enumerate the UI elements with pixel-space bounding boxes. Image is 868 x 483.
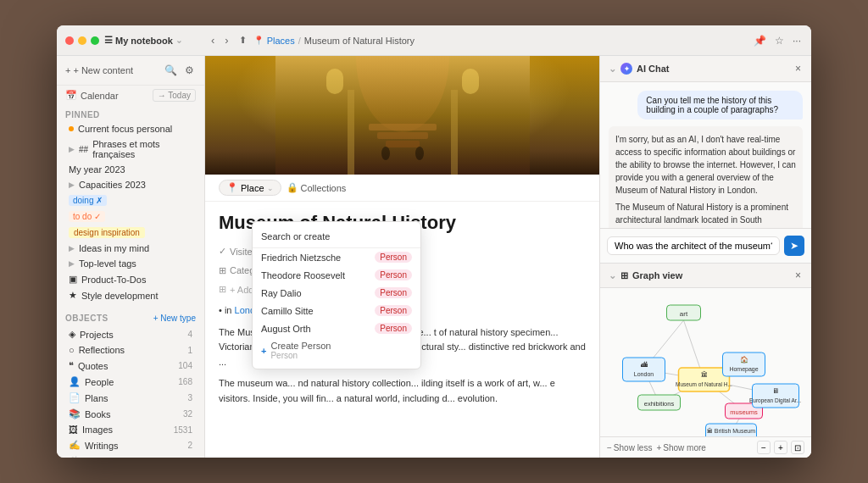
chat-input[interactable] bbox=[607, 236, 780, 255]
svg-text:Museum of Natural H...: Museum of Natural H... bbox=[676, 381, 732, 387]
svg-text:🏛: 🏛 bbox=[701, 370, 708, 379]
zoom-out-button[interactable]: − bbox=[757, 441, 771, 454]
chat-content: Can you tell me the history of this buil… bbox=[600, 82, 811, 228]
sidebar-item-projects[interactable]: ◈Projects4 bbox=[60, 326, 201, 342]
svg-rect-4 bbox=[369, 124, 437, 130]
dropdown-item-roosevelt[interactable]: Theodore Roosevelt Person bbox=[253, 266, 420, 284]
sidebar-item-recipes[interactable]: 🍴Recipes bbox=[60, 453, 201, 458]
sidebar-item-design[interactable]: design inspiration bbox=[60, 225, 201, 241]
back-button[interactable]: ‹ bbox=[208, 32, 218, 48]
svg-text:🏙: 🏙 bbox=[641, 361, 648, 369]
svg-text:museums: museums bbox=[730, 408, 758, 416]
svg-point-9 bbox=[381, 147, 390, 160]
minimize-btn[interactable] bbox=[78, 36, 86, 45]
hero-image bbox=[205, 56, 599, 175]
sidebar-item-ideas-mind[interactable]: ▶ Ideas in my mind bbox=[60, 241, 201, 256]
zoom-fit-button[interactable]: ⊡ bbox=[791, 441, 804, 454]
zoom-in-button[interactable]: + bbox=[774, 441, 787, 454]
svg-text:🏠: 🏠 bbox=[740, 355, 748, 364]
sidebar-item-books[interactable]: 📚Books32 bbox=[60, 406, 201, 422]
svg-rect-3 bbox=[462, 69, 479, 94]
dot-icon bbox=[69, 126, 74, 131]
graph-close[interactable]: × bbox=[793, 268, 803, 283]
page-hero bbox=[205, 56, 599, 175]
ai-chat-close[interactable]: × bbox=[793, 61, 803, 76]
sidebar-item-writings[interactable]: ✍Writings2 bbox=[60, 437, 201, 453]
sidebar-item-capacities[interactable]: ▶ Capacities 2023 bbox=[60, 177, 201, 192]
page-actions: 📍 Place ⌄ 🔒 Collections bbox=[205, 175, 599, 202]
chat-input-row: ➤ bbox=[600, 228, 811, 263]
graph-footer-buttons: − Show less + Show more bbox=[607, 443, 706, 452]
svg-text:exhibitions: exhibitions bbox=[644, 400, 675, 408]
sidebar-item-product[interactable]: ▣ Product-To-Dos bbox=[60, 271, 201, 287]
graph-panel: ⌄ ⊞ Graph view × bbox=[600, 263, 811, 458]
forward-button[interactable]: › bbox=[221, 32, 231, 48]
dropdown-item-nietzsche[interactable]: Friedrich Nietzsche Person bbox=[253, 248, 420, 266]
content-wrapper: 📍 Place ⌄ 🔒 Collections Museum of Natura… bbox=[205, 56, 599, 458]
breadcrumb: 📍 Places / Museum of Natural History bbox=[253, 36, 415, 46]
pin-icon[interactable]: 📌 bbox=[752, 33, 768, 48]
main-layout: + + New content 🔍 ⚙ 📅 Calendar → Today P… bbox=[57, 56, 811, 458]
ai-chat-title: ⌄ ✦ AI Chat bbox=[609, 63, 670, 75]
place-icon: 📍 bbox=[226, 182, 238, 193]
app-window: ☰ My notebook ⌄ ‹ › ⬆ 📍 Places / Museum … bbox=[57, 25, 811, 458]
maximize-btn[interactable] bbox=[91, 36, 99, 45]
body-paragraph-2: The museum wa... nd natural history coll… bbox=[219, 376, 586, 406]
send-button[interactable]: ➤ bbox=[784, 236, 804, 256]
settings-icon[interactable]: ⚙ bbox=[183, 63, 196, 78]
person-dropdown: Friedrich Nietzsche Person Theodore Roos… bbox=[252, 221, 421, 369]
svg-rect-6 bbox=[386, 141, 420, 147]
sidebar-item-doing[interactable]: doing ✗ bbox=[60, 192, 201, 208]
breadcrumb-places[interactable]: Places bbox=[267, 36, 295, 46]
close-btn[interactable] bbox=[65, 36, 74, 45]
sidebar-item-todo[interactable]: to do ✓ bbox=[60, 208, 201, 225]
svg-text:European Digital Ar...: European Digital Ar... bbox=[749, 397, 801, 404]
ai-icon: ✦ bbox=[620, 63, 632, 75]
svg-point-10 bbox=[415, 147, 424, 160]
star-icon[interactable]: ☆ bbox=[773, 33, 786, 48]
sidebar-search-icons: 🔍 ⚙ bbox=[163, 63, 196, 78]
sidebar-item-quotes[interactable]: ❝Quotes104 bbox=[60, 358, 201, 374]
dropdown-item-orth[interactable]: August Orth Person bbox=[253, 319, 420, 337]
svg-rect-5 bbox=[377, 132, 428, 139]
more-icon[interactable]: ··· bbox=[791, 33, 803, 48]
show-less-button[interactable]: − Show less bbox=[607, 443, 652, 452]
sidebar-item-phrases[interactable]: ▶ ## Phrases et mots françaises bbox=[60, 136, 201, 162]
sidebar-item-images[interactable]: 🖼Images1531 bbox=[60, 422, 201, 437]
collection-icon: 🔒 bbox=[287, 182, 298, 193]
share-button[interactable]: ⬆ bbox=[236, 33, 250, 47]
pinned-label: Pinned bbox=[57, 105, 204, 121]
title-bar-icons: 📌 ☆ ··· bbox=[752, 33, 803, 48]
collections-tag[interactable]: 🔒 Collections bbox=[287, 182, 347, 193]
sidebar-item-style[interactable]: ★ Style development bbox=[60, 287, 201, 303]
sidebar-item-top-level[interactable]: ▶ Top-level tags bbox=[60, 256, 201, 271]
notebook-title[interactable]: ☰ My notebook ⌄ bbox=[104, 35, 182, 46]
graph-title: ⌄ ⊞ Graph view bbox=[609, 270, 682, 281]
svg-text:🖥: 🖥 bbox=[772, 387, 779, 395]
today-button[interactable]: → Today bbox=[153, 89, 196, 102]
new-content-button[interactable]: + + New content bbox=[65, 65, 133, 75]
dropdown-item-dalio[interactable]: Ray Dalio Person bbox=[253, 284, 420, 302]
sidebar-item-current-focus[interactable]: Current focus personal bbox=[60, 121, 201, 136]
graph-zoom: − + ⊡ bbox=[757, 441, 804, 454]
dropdown-search-input[interactable] bbox=[261, 231, 412, 242]
calendar-row[interactable]: 📅 Calendar → Today bbox=[57, 86, 204, 105]
search-icon[interactable]: 🔍 bbox=[163, 63, 179, 78]
svg-rect-7 bbox=[348, 90, 354, 175]
place-tag[interactable]: 📍 Place ⌄ bbox=[219, 180, 281, 196]
sidebar-item-year[interactable]: My year 2023 bbox=[60, 162, 201, 177]
category-icon: ⊞ bbox=[219, 265, 226, 276]
title-bar: ☰ My notebook ⌄ ‹ › ⬆ 📍 Places / Museum … bbox=[57, 25, 811, 56]
title-bar-nav: ‹ › ⬆ 📍 Places / Museum of Natural Histo… bbox=[208, 32, 745, 48]
dropdown-search-area bbox=[253, 227, 420, 248]
dropdown-item-sitte[interactable]: Camillo Sitte Person bbox=[253, 302, 420, 319]
new-type-button[interactable]: + New type bbox=[153, 314, 196, 323]
show-more-button[interactable]: + Show more bbox=[656, 443, 705, 452]
graph-chevron: ⌄ bbox=[609, 270, 616, 281]
create-person-button[interactable]: + Create Person Person bbox=[253, 337, 420, 364]
sidebar-item-reflections[interactable]: ○Reflections1 bbox=[60, 342, 201, 358]
svg-text:London: London bbox=[634, 371, 654, 377]
graph-header: ⌄ ⊞ Graph view × bbox=[600, 264, 811, 288]
sidebar-item-people[interactable]: 👤People168 bbox=[60, 374, 201, 390]
sidebar-item-plans[interactable]: 📄Plans3 bbox=[60, 390, 201, 406]
